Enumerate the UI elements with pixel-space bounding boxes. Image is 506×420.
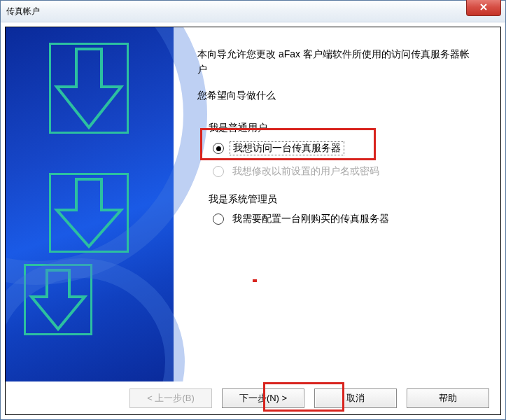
radio-icon	[213, 214, 224, 225]
cancel-button[interactable]: 取消	[314, 388, 397, 408]
intro-text: 本向导允许您更改 aFax 客户端软件所使用的访问传真服务器帐户	[197, 47, 477, 77]
radio-icon	[213, 166, 224, 177]
radio-access-server[interactable]: 我想访问一台传真服务器	[213, 141, 477, 155]
down-arrow-icon	[49, 43, 129, 134]
annotation-dot	[253, 279, 257, 282]
wizard-footer: < 上一步(B) 下一步(N) > 取消 帮助	[5, 382, 501, 415]
radio-access-server-label: 我想访问一台传真服务器	[230, 141, 344, 155]
group-regular-label: 我是普通用户	[209, 122, 477, 134]
close-icon	[479, 3, 488, 13]
radio-icon	[213, 143, 224, 154]
title-bar: 传真帐户	[1, 1, 505, 22]
back-button: < 上一步(B)	[129, 388, 212, 408]
help-button[interactable]: 帮助	[407, 388, 489, 408]
radio-modify-credentials-label: 我想修改以前设置的用户名或密码	[230, 165, 382, 178]
next-button[interactable]: 下一步(N) >	[222, 388, 304, 408]
down-arrow-icon	[24, 264, 92, 335]
client-area: 本向导允许您更改 aFax 客户端软件所使用的访问传真服务器帐户 您希望向导做什…	[1, 22, 505, 419]
prompt-text: 您希望向导做什么	[197, 90, 477, 102]
wizard-body: 本向导允许您更改 aFax 客户端软件所使用的访问传真服务器帐户 您希望向导做什…	[5, 27, 501, 382]
cancel-button-label: 取消	[346, 392, 365, 405]
help-button-label: 帮助	[439, 392, 457, 405]
sidebar-art	[6, 27, 174, 382]
window-title: 传真帐户	[1, 6, 40, 18]
close-button[interactable]	[466, 0, 501, 16]
group-admin-label: 我是系统管理员	[209, 193, 477, 206]
radio-configure-server[interactable]: 我需要配置一台刚购买的传真服务器	[213, 213, 477, 225]
wizard-content: 本向导允许您更改 aFax 客户端软件所使用的访问传真服务器帐户 您希望向导做什…	[174, 27, 500, 382]
down-arrow-icon	[49, 173, 129, 253]
next-button-label: 下一步(N) >	[239, 392, 287, 405]
wizard-window: 传真帐户 本向导允许您更改 aFax 客户端软件所使用的访问传真服务器帐户	[0, 0, 506, 420]
back-button-label: < 上一步(B)	[147, 392, 195, 405]
radio-modify-credentials: 我想修改以前设置的用户名或密码	[213, 165, 477, 178]
radio-configure-server-label: 我需要配置一台刚购买的传真服务器	[230, 213, 392, 225]
